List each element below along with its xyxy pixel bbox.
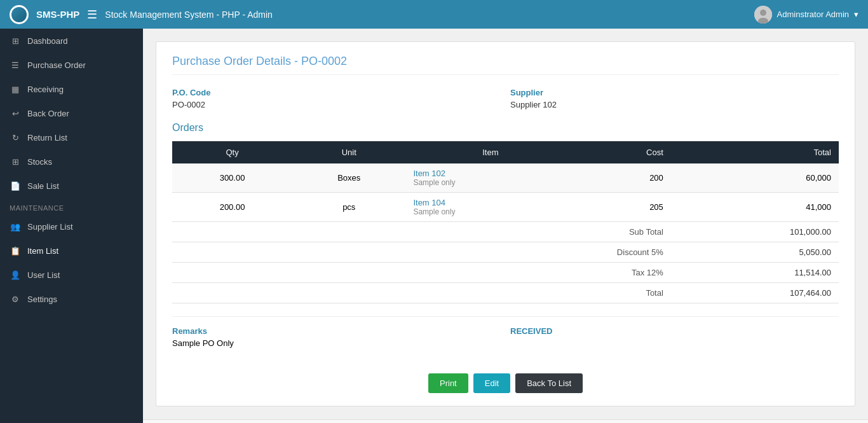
hamburger-icon[interactable]: ☰ bbox=[87, 8, 97, 22]
row-total: 41,000 bbox=[671, 193, 839, 222]
maintenance-section-label: Maintenance bbox=[0, 198, 143, 214]
content-area: Purchase Order Details - PO-0002 P.O. Co… bbox=[143, 29, 868, 419]
item-list-icon: 📋 bbox=[10, 245, 21, 256]
row-unit: Boxes bbox=[292, 163, 405, 193]
sidebar-item-label: Supplier List bbox=[27, 222, 73, 232]
dashboard-icon: ⊞ bbox=[10, 35, 21, 46]
sidebar-item-label: Item List bbox=[27, 246, 58, 256]
summary-value: 5,050.00 bbox=[671, 242, 839, 263]
po-code-block: P.O. Code PO-0002 bbox=[172, 88, 501, 109]
summary-row: Total 107,464.00 bbox=[172, 283, 839, 303]
sidebar-item-label: Sale List bbox=[27, 181, 59, 191]
status-value: RECEIVED bbox=[510, 326, 839, 336]
row-item: Item 102 Sample only bbox=[405, 163, 575, 193]
col-total: Total bbox=[671, 141, 839, 163]
avatar bbox=[754, 6, 772, 24]
info-grid: P.O. Code PO-0002 Supplier Supplier 102 bbox=[172, 88, 839, 109]
sidebar-item-label: User List bbox=[27, 270, 60, 280]
page-title: Purchase Order Details - PO-0002 bbox=[172, 55, 839, 75]
col-item: Item bbox=[405, 141, 575, 163]
print-button[interactable]: Print bbox=[428, 373, 468, 393]
item-name: Item 104 bbox=[413, 198, 567, 207]
brand-name: SMS-PHP bbox=[36, 9, 79, 20]
sidebar-item-label: Dashboard bbox=[27, 36, 68, 46]
item-sub: Sample only bbox=[413, 178, 567, 187]
sidebar-item-label: Receiving bbox=[27, 85, 64, 94]
svg-point-1 bbox=[760, 10, 766, 16]
receiving-icon: ▦ bbox=[10, 83, 21, 95]
po-code-value: PO-0002 bbox=[172, 100, 501, 109]
summary-value: 107,464.00 bbox=[671, 283, 839, 303]
status-block: RECEIVED bbox=[510, 326, 839, 348]
summary-row: Sub Total 101,000.00 bbox=[172, 222, 839, 242]
row-total: 60,000 bbox=[671, 163, 839, 193]
sidebar-item-label: Settings bbox=[27, 295, 57, 304]
summary-label: Discount 5% bbox=[172, 242, 671, 263]
sidebar-item-label: Back Order bbox=[27, 109, 69, 118]
summary-label: Sub Total bbox=[172, 222, 671, 242]
supplier-list-icon: 👥 bbox=[10, 221, 21, 232]
po-code-label: P.O. Code bbox=[172, 88, 501, 97]
purchase-order-icon: ☰ bbox=[10, 59, 21, 71]
edit-button[interactable]: Edit bbox=[473, 373, 510, 393]
return-list-icon: ↻ bbox=[10, 132, 21, 143]
admin-label: Adminstrator Admin bbox=[777, 10, 849, 19]
remarks-value: Sample PO Only bbox=[172, 338, 501, 348]
sidebar-item-receiving[interactable]: ▦ Receiving bbox=[0, 77, 143, 101]
col-unit: Unit bbox=[292, 141, 405, 163]
supplier-label: Supplier bbox=[510, 88, 839, 97]
user-list-icon: 👤 bbox=[10, 269, 21, 281]
col-cost: Cost bbox=[575, 141, 670, 163]
sidebar-item-stocks[interactable]: ⊞ Stocks bbox=[0, 149, 143, 174]
brand-logo bbox=[10, 5, 29, 24]
layout: ⊞ Dashboard ☰ Purchase Order ▦ Receiving… bbox=[0, 29, 868, 423]
main-content: Purchase Order Details - PO-0002 P.O. Co… bbox=[143, 29, 868, 423]
table-row: 300.00 Boxes Item 102 Sample only 200 60… bbox=[172, 163, 839, 193]
navbar-left: SMS-PHP ☰ Stock Management System - PHP … bbox=[10, 5, 273, 24]
sidebar-item-sale-list[interactable]: 📄 Sale List bbox=[0, 174, 143, 198]
row-unit: pcs bbox=[292, 193, 405, 222]
settings-icon: ⚙ bbox=[10, 293, 21, 305]
back-to-list-button[interactable]: Back To List bbox=[515, 373, 583, 393]
summary-row: Discount 5% 5,050.00 bbox=[172, 242, 839, 263]
sidebar: ⊞ Dashboard ☰ Purchase Order ▦ Receiving… bbox=[0, 29, 143, 423]
navbar: SMS-PHP ☰ Stock Management System - PHP … bbox=[0, 0, 868, 29]
sidebar-item-back-order[interactable]: ↩ Back Order bbox=[0, 101, 143, 125]
sidebar-item-supplier-list[interactable]: 👥 Supplier List bbox=[0, 214, 143, 239]
item-sub: Sample only bbox=[413, 207, 567, 216]
table-header-row: Qty Unit Item Cost Total bbox=[172, 141, 839, 163]
back-order-icon: ↩ bbox=[10, 107, 21, 119]
row-qty: 300.00 bbox=[172, 163, 292, 193]
sale-list-icon: 📄 bbox=[10, 180, 21, 191]
admin-dropdown-icon[interactable]: ▾ bbox=[854, 10, 858, 19]
sidebar-item-user-list[interactable]: 👤 User List bbox=[0, 263, 143, 287]
item-name: Item 102 bbox=[413, 169, 567, 178]
sidebar-item-item-list[interactable]: 📋 Item List bbox=[0, 239, 143, 263]
orders-table: Qty Unit Item Cost Total 300.00 Boxes It… bbox=[172, 141, 839, 303]
sidebar-item-purchase-order[interactable]: ☰ Purchase Order bbox=[0, 53, 143, 77]
summary-label: Total bbox=[172, 283, 671, 303]
summary-value: 11,514.00 bbox=[671, 263, 839, 283]
remarks-block: Remarks Sample PO Only bbox=[172, 326, 501, 348]
detail-card: Purchase Order Details - PO-0002 P.O. Co… bbox=[156, 41, 855, 406]
admin-menu[interactable]: Adminstrator Admin ▾ bbox=[754, 6, 858, 24]
stocks-icon: ⊞ bbox=[10, 156, 21, 167]
sidebar-item-settings[interactable]: ⚙ Settings bbox=[0, 287, 143, 311]
summary-value: 101,000.00 bbox=[671, 222, 839, 242]
row-qty: 200.00 bbox=[172, 193, 292, 222]
page-title-suffix: - PO-0002 bbox=[291, 55, 347, 67]
remarks-status-section: Remarks Sample PO Only RECEIVED bbox=[172, 316, 839, 348]
summary-row: Tax 12% 11,514.00 bbox=[172, 263, 839, 283]
navbar-title: Stock Management System - PHP - Admin bbox=[105, 10, 273, 20]
sidebar-item-dashboard[interactable]: ⊞ Dashboard bbox=[0, 29, 143, 53]
sidebar-item-label: Stocks bbox=[27, 157, 52, 167]
footer: Copyright © 2021. All rights reserved. S… bbox=[143, 419, 868, 423]
sidebar-item-label: Purchase Order bbox=[27, 60, 86, 70]
sidebar-item-label: Return List bbox=[27, 133, 67, 142]
sidebar-item-return-list[interactable]: ↻ Return List bbox=[0, 125, 143, 149]
orders-section-title: Orders bbox=[172, 122, 839, 134]
action-buttons: Print Edit Back To List bbox=[172, 364, 839, 393]
col-qty: Qty bbox=[172, 141, 292, 163]
row-cost: 200 bbox=[575, 163, 670, 193]
summary-label: Tax 12% bbox=[172, 263, 671, 283]
